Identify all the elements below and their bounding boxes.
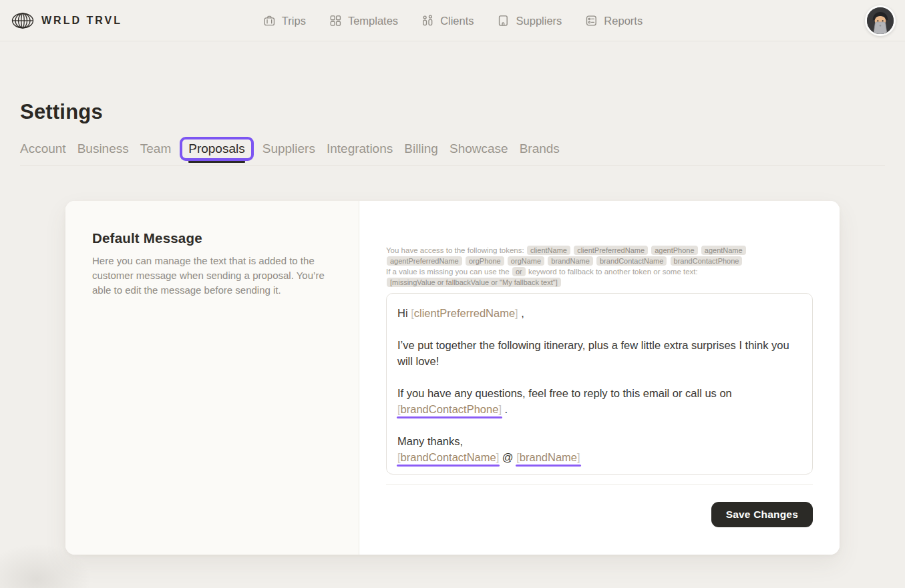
main-nav: Trips Templates Clients Suppliers Report…: [262, 0, 643, 41]
form-divider: [386, 484, 813, 485]
nav-item-clients[interactable]: Clients: [421, 14, 474, 27]
fallback-example-chip: [missingValue or fallbackValue or "My fa…: [387, 278, 561, 287]
tab-showcase[interactable]: Showcase: [449, 141, 508, 156]
fallback-line: If a value is missing you can use the or…: [386, 266, 752, 277]
token-chip: brandName: [548, 256, 592, 266]
or-keyword-chip: or: [512, 267, 526, 276]
tab-brands[interactable]: Brands: [520, 141, 560, 156]
token-chip: brandContactName: [596, 256, 667, 266]
token-chip: orgName: [508, 256, 544, 266]
building-icon: [497, 14, 510, 27]
report-icon: [584, 14, 598, 27]
tab-proposals[interactable]: Proposals: [180, 137, 254, 161]
tab-integrations[interactable]: Integrations: [327, 141, 393, 156]
fallback-text-after: keyword to fallback to another token or …: [528, 268, 698, 276]
brand-name: WRLD TRVL: [41, 15, 122, 27]
nav-item-suppliers[interactable]: Suppliers: [497, 14, 562, 27]
tab-business[interactable]: Business: [77, 141, 129, 156]
page-title: Settings: [20, 100, 905, 124]
people-icon: [421, 14, 434, 27]
default-message-form: You have access to the following tokens:…: [359, 201, 840, 555]
nav-item-templates[interactable]: Templates: [329, 14, 398, 27]
top-nav-bar: WRLD TRVL Trips Templates Clients Suppli…: [0, 0, 905, 41]
message-token: [brandContactName]: [397, 451, 499, 463]
section-description: Here you can manage the text that is add…: [92, 254, 332, 297]
user-avatar[interactable]: [865, 5, 896, 36]
default-message-card: Default Message Here you can manage the …: [65, 201, 840, 555]
tab-team[interactable]: Team: [140, 141, 171, 156]
token-chip: clientName: [527, 246, 570, 255]
message-editor[interactable]: Hi [clientPreferredName] ,I’ve put toget…: [386, 293, 813, 475]
tab-account[interactable]: Account: [20, 141, 66, 156]
nav-item-reports[interactable]: Reports: [584, 14, 643, 27]
tab-billing[interactable]: Billing: [404, 141, 438, 156]
fallback-text-before: If a value is missing you can use the: [386, 268, 510, 276]
token-chip: orgPhone: [466, 256, 504, 266]
message-token: [clientPreferredName]: [411, 307, 518, 319]
brand-logo[interactable]: WRLD TRVL: [11, 13, 122, 29]
grid-icon: [329, 14, 342, 27]
briefcase-icon: [262, 14, 276, 27]
fallback-example-line: [missingValue or fallbackValue or "My fa…: [386, 277, 752, 288]
token-chip: agentPhone: [651, 246, 697, 255]
tokens-intro: You have access to the following tokens:: [386, 246, 524, 254]
message-token: [brandContactPhone]: [397, 403, 502, 415]
active-tab-underline: [188, 161, 245, 163]
form-actions: Save Changes: [386, 502, 813, 527]
globe-icon: [11, 13, 35, 29]
token-chip: brandContactPhone: [671, 256, 743, 266]
tab-suppliers[interactable]: Suppliers: [262, 141, 315, 156]
message-token: [brandName]: [516, 451, 580, 463]
save-changes-button[interactable]: Save Changes: [711, 502, 813, 527]
token-chip: agentPreferredName: [387, 256, 462, 266]
tokens-list-line: You have access to the following tokens:…: [386, 245, 752, 266]
settings-tabs: Account Business Team Proposals Supplier…: [20, 141, 885, 166]
default-message-info: Default Message Here you can manage the …: [65, 201, 359, 555]
nav-item-trips[interactable]: Trips: [262, 14, 306, 27]
section-heading: Default Message: [92, 230, 332, 246]
tokens-help: You have access to the following tokens:…: [386, 245, 752, 288]
settings-page: Settings Account Business Team Proposals…: [0, 100, 905, 555]
token-chip: agentName: [701, 246, 746, 255]
token-chip: clientPreferredName: [574, 246, 648, 255]
